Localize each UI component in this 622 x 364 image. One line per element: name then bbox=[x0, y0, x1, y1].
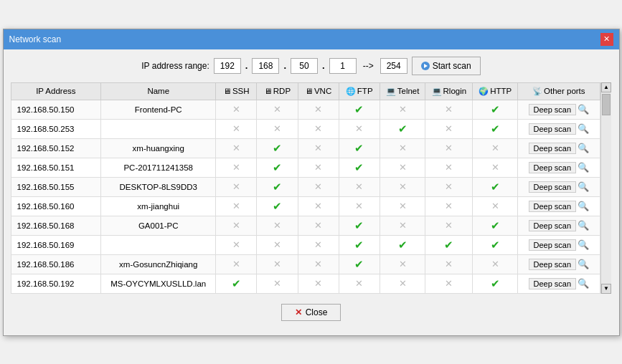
cell-telnet: ✔ bbox=[380, 119, 425, 138]
scrollbar[interactable]: ▲ ▼ bbox=[600, 82, 612, 294]
col-header-telnet: 💻Telnet bbox=[380, 82, 425, 100]
deep-scan-button[interactable]: Deep scan bbox=[529, 123, 577, 135]
cell-rdp: ✔ bbox=[257, 138, 298, 158]
deep-scan-button[interactable]: Deep scan bbox=[529, 239, 577, 251]
cell-vnc: ✕ bbox=[298, 100, 339, 119]
cell-ip: 192.168.50.253 bbox=[11, 119, 101, 138]
cell-ftp: ✔ bbox=[339, 158, 380, 177]
cell-name: Frontend-PC bbox=[101, 100, 216, 119]
cell-rlogin: ✕ bbox=[425, 196, 473, 216]
cell-rdp: ✕ bbox=[257, 100, 298, 119]
start-scan-button[interactable]: Start scan bbox=[412, 57, 481, 75]
cell-telnet: ✕ bbox=[380, 158, 425, 177]
search-icon[interactable]: 🔍 bbox=[578, 104, 589, 115]
cell-ftp: ✔ bbox=[339, 216, 380, 235]
window-close-button[interactable]: ✕ bbox=[600, 33, 613, 46]
cell-telnet: ✕ bbox=[380, 177, 425, 196]
cell-ssh: ✕ bbox=[216, 177, 257, 196]
ip-dot-3: . bbox=[322, 60, 325, 71]
cell-http: ✔ bbox=[473, 177, 518, 196]
table-row: 192.168.50.152xm-huangxing✕✔✕✔✕✕✕Deep sc… bbox=[11, 138, 600, 158]
cell-rdp: ✔ bbox=[257, 196, 298, 216]
footer: ✕ Close bbox=[11, 294, 612, 328]
deep-scan-button[interactable]: Deep scan bbox=[529, 162, 577, 173]
cell-ftp: ✔ bbox=[339, 100, 380, 119]
deep-scan-button[interactable]: Deep scan bbox=[529, 104, 577, 115]
scan-results-table: IP Address Name 🖥SSH 🖥RDP 🖥VNC 🌐FTP 💻Tel… bbox=[11, 82, 600, 294]
scroll-up-button[interactable]: ▲ bbox=[601, 82, 611, 92]
ip-octet-3[interactable] bbox=[291, 58, 318, 74]
search-icon[interactable]: 🔍 bbox=[578, 220, 589, 231]
cell-rdp: ✕ bbox=[257, 254, 298, 274]
table-row: 192.168.50.151PC-201711241358✕✔✕✔✕✕✕Deep… bbox=[11, 158, 600, 177]
search-icon[interactable]: 🔍 bbox=[578, 239, 589, 250]
cell-vnc: ✕ bbox=[298, 274, 339, 293]
cell-vnc: ✕ bbox=[298, 196, 339, 216]
scroll-thumb[interactable] bbox=[602, 94, 611, 115]
deep-scan-button[interactable]: Deep scan bbox=[529, 181, 577, 193]
deep-scan-button[interactable]: Deep scan bbox=[529, 201, 577, 212]
ip-octet-2[interactable] bbox=[252, 58, 279, 74]
ip-dot-2: . bbox=[283, 60, 286, 71]
col-header-rdp: 🖥RDP bbox=[257, 82, 298, 100]
scroll-down-button[interactable]: ▼ bbox=[601, 284, 611, 294]
cell-other-ports: Deep scan🔍 bbox=[518, 274, 600, 293]
cell-ip: 192.168.50.168 bbox=[11, 216, 101, 235]
ip-octet-1[interactable] bbox=[214, 58, 241, 74]
cell-telnet: ✕ bbox=[380, 196, 425, 216]
title-bar: Network scan ✕ bbox=[4, 29, 619, 49]
start-scan-label: Start scan bbox=[433, 61, 471, 71]
cell-http: ✕ bbox=[473, 138, 518, 158]
cell-telnet: ✕ bbox=[380, 216, 425, 235]
ip-range-label: IP address range: bbox=[141, 61, 209, 71]
cell-http: ✔ bbox=[473, 274, 518, 293]
cell-rlogin: ✔ bbox=[425, 235, 473, 254]
cell-ssh: ✕ bbox=[216, 254, 257, 274]
cell-ip: 192.168.50.169 bbox=[11, 235, 101, 254]
cell-rlogin: ✕ bbox=[425, 138, 473, 158]
cell-rlogin: ✕ bbox=[425, 274, 473, 293]
cell-name: xm-huangxing bbox=[101, 138, 216, 158]
cell-name: xm-jianghui bbox=[101, 196, 216, 216]
search-icon[interactable]: 🔍 bbox=[578, 278, 589, 289]
col-header-ftp: 🌐FTP bbox=[339, 82, 380, 100]
cell-ip: 192.168.50.151 bbox=[11, 158, 101, 177]
search-icon[interactable]: 🔍 bbox=[578, 259, 589, 269]
cell-other-ports: Deep scan🔍 bbox=[518, 216, 600, 235]
search-icon[interactable]: 🔍 bbox=[578, 143, 589, 153]
cell-ssh: ✕ bbox=[216, 196, 257, 216]
cell-rdp: ✕ bbox=[257, 216, 298, 235]
main-content: IP address range: . . . --> Start scan I… bbox=[4, 49, 619, 335]
cell-vnc: ✕ bbox=[298, 216, 339, 235]
cell-rlogin: ✕ bbox=[425, 177, 473, 196]
cell-other-ports: Deep scan🔍 bbox=[518, 158, 600, 177]
cell-rdp: ✔ bbox=[257, 177, 298, 196]
cell-name: MS-OYCYMLXUSLLD.lan bbox=[101, 274, 216, 293]
cell-rlogin: ✕ bbox=[425, 254, 473, 274]
close-button[interactable]: ✕ Close bbox=[281, 304, 341, 321]
search-icon[interactable]: 🔍 bbox=[578, 162, 589, 173]
cell-rlogin: ✕ bbox=[425, 158, 473, 177]
table-row: 192.168.50.168GA001-PC✕✕✕✔✕✕✔Deep scan🔍 bbox=[11, 216, 600, 235]
play-icon bbox=[421, 62, 430, 70]
cell-http: ✔ bbox=[473, 235, 518, 254]
cell-http: ✕ bbox=[473, 196, 518, 216]
cell-http: ✔ bbox=[473, 216, 518, 235]
col-header-other: 📡Other ports bbox=[518, 82, 600, 100]
deep-scan-button[interactable]: Deep scan bbox=[529, 278, 577, 289]
table-main: IP Address Name 🖥SSH 🖥RDP 🖥VNC 🌐FTP 💻Tel… bbox=[11, 82, 600, 294]
search-icon[interactable]: 🔍 bbox=[578, 123, 589, 134]
cell-other-ports: Deep scan🔍 bbox=[518, 254, 600, 274]
search-icon[interactable]: 🔍 bbox=[578, 201, 589, 211]
cell-ssh: ✔ bbox=[216, 274, 257, 293]
deep-scan-button[interactable]: Deep scan bbox=[529, 220, 577, 231]
col-header-name: Name bbox=[101, 82, 216, 100]
deep-scan-button[interactable]: Deep scan bbox=[529, 259, 577, 270]
cell-name: xm-GosuncnZhiqiang bbox=[101, 254, 216, 274]
deep-scan-button[interactable]: Deep scan bbox=[529, 143, 577, 154]
ip-start[interactable] bbox=[329, 58, 357, 74]
cell-http: ✕ bbox=[473, 254, 518, 274]
cell-other-ports: Deep scan🔍 bbox=[518, 138, 600, 158]
search-icon[interactable]: 🔍 bbox=[578, 181, 589, 192]
ip-end[interactable] bbox=[380, 58, 407, 74]
